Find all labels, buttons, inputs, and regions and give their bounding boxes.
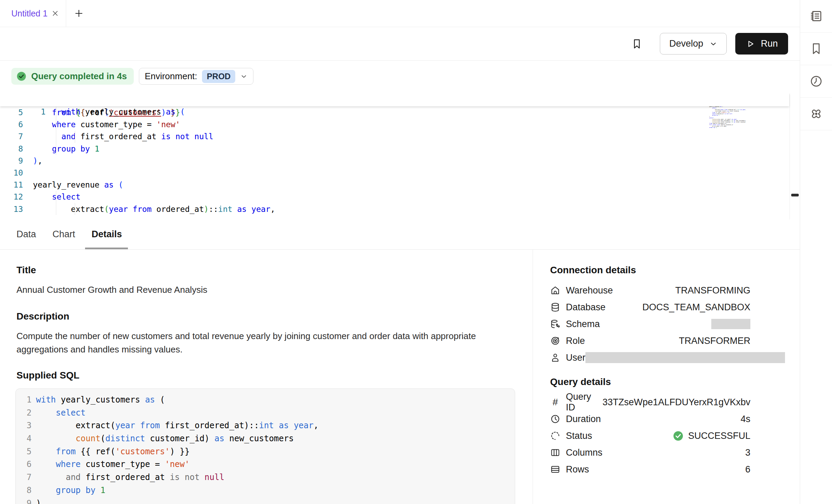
detail-value-text: 3: [745, 447, 750, 458]
details-left-column: Title Annual Customer Growth and Revenue…: [0, 250, 533, 504]
detail-value: [585, 352, 785, 363]
tab-details[interactable]: Details: [92, 219, 122, 249]
develop-dropdown[interactable]: Develop: [660, 33, 727, 55]
code-token: as: [279, 421, 289, 430]
code-token: (: [722, 106, 723, 107]
user-icon: [550, 352, 560, 363]
columns-icon: [550, 447, 560, 458]
code-token: as: [145, 395, 155, 405]
code-token: as: [237, 205, 247, 214]
editor-line[interactable]: 12 select: [0, 191, 800, 203]
code-token: ) }}: [170, 447, 190, 456]
code-token: year: [109, 205, 128, 214]
bookmark-icon[interactable]: [631, 38, 643, 50]
run-button[interactable]: Run: [735, 33, 788, 55]
run-label: Run: [761, 38, 778, 49]
editor-line[interactable]: 13 extract(year from ordered_at)::int as…: [0, 203, 800, 215]
editor-line[interactable]: 6 where customer_type = 'new': [0, 119, 800, 131]
line-number: 8: [18, 484, 32, 497]
detail-row-user: User: [550, 352, 750, 363]
code-token: is not null: [724, 113, 732, 115]
sql-line: 7 and first_ordered_at is not null: [18, 471, 515, 484]
code-line: ),: [33, 156, 43, 165]
editor-line[interactable]: 11yearly_revenue as (: [0, 179, 800, 191]
code-token: [114, 180, 118, 189]
code-token: extract: [33, 205, 104, 214]
line-number: 8: [0, 143, 23, 155]
rail-button-bookmark[interactable]: [800, 33, 832, 65]
code-token: [90, 144, 95, 153]
sql-editor[interactable]: 1with yearly_customers as ( 5 from {{ re…: [0, 93, 800, 219]
code-token: [135, 421, 140, 430]
main-area: Untitled 1 Develop Run: [0, 0, 800, 504]
editor-line[interactable]: 10: [0, 167, 800, 179]
code-token: group by: [712, 115, 718, 116]
detail-row-schema: Schema: [550, 318, 750, 330]
connection-details-heading: Connection details: [550, 265, 750, 276]
code-token: from: [56, 447, 76, 456]
code-token: with: [36, 395, 56, 405]
detail-value-text: TRANSFORMER: [679, 336, 751, 346]
line-number: 1: [18, 394, 32, 407]
code-token: 1: [100, 485, 105, 495]
code-token: from: [133, 205, 152, 214]
check-circle-icon: [673, 430, 684, 442]
notebook-icon: [809, 9, 823, 23]
editor-sticky-line[interactable]: 1with yearly_customers as (: [0, 93, 789, 106]
environment-selector[interactable]: Environment: PROD: [139, 68, 254, 85]
rail-button-explore[interactable]: [800, 98, 832, 130]
spinner-icon: [550, 431, 560, 441]
detail-row-duration: Duration4s: [550, 413, 750, 425]
code-token: and: [66, 472, 81, 482]
code-token: [274, 421, 279, 430]
tab-chart[interactable]: Chart: [52, 219, 75, 249]
line-number: 3: [18, 419, 32, 432]
code-token: customer_type =: [76, 120, 156, 129]
code-token: null: [204, 472, 224, 482]
description-value: Compute the number of new customers and …: [16, 329, 503, 356]
code-token: [289, 421, 294, 430]
code-token: ): [33, 156, 38, 165]
editor-scrollbar[interactable]: [789, 94, 800, 219]
description-heading: Description: [16, 311, 515, 322]
detail-label: Schema: [566, 319, 600, 329]
code-token: from: [140, 421, 160, 430]
explore-icon: [809, 107, 823, 121]
editor-code-lines[interactable]: 5 from {{ ref('customers') }}6 where cus…: [0, 107, 800, 215]
query-status-text: Query completed in 4s: [31, 71, 127, 82]
code-token: [200, 472, 204, 482]
code-token: order by: [709, 127, 716, 128]
tab-untitled-1[interactable]: Untitled 1: [0, 0, 66, 27]
code-token: group by: [52, 144, 90, 153]
sql-line: 3 extract(year from first_ordered_at)::i…: [18, 419, 515, 432]
tab-label: Data: [16, 229, 36, 240]
new-tab-button[interactable]: [74, 8, 84, 19]
tab-data[interactable]: Data: [16, 219, 36, 249]
detail-row-database: DatabaseDOCS_TEAM_SANDBOX: [550, 301, 750, 313]
code-line: with yearly_customers as (: [61, 107, 185, 116]
rail-button-notebook[interactable]: [800, 0, 832, 33]
code-token: is not null: [161, 132, 213, 141]
code-token: [95, 485, 100, 495]
line-number: 12: [0, 191, 23, 203]
editor-line[interactable]: 7 and first_ordered_at is not null: [0, 131, 800, 143]
editor-line[interactable]: 9),: [0, 155, 800, 167]
code-token: [36, 447, 56, 456]
code-line: yearly_revenue as (: [33, 180, 123, 189]
sql-line: 2 select: [18, 407, 515, 420]
sql-line: 1with yearly_customers as (: [18, 394, 515, 407]
code-token: (: [180, 107, 185, 116]
rail-button-history[interactable]: [800, 65, 832, 98]
close-icon[interactable]: [51, 9, 60, 18]
editor-line[interactable]: 8 group by 1: [0, 143, 800, 155]
code-token: ordered_at: [152, 205, 204, 214]
scrollbar-thumb[interactable]: [791, 194, 799, 196]
detail-value-text: DOCS_TEAM_SANDBOX: [642, 302, 750, 313]
right-icon-rail: [800, 0, 832, 504]
details-content: Title Annual Customer Growth and Revenue…: [0, 250, 768, 504]
code-token: count: [76, 434, 100, 443]
code-token: (: [118, 180, 123, 189]
detail-label: Query ID: [566, 392, 603, 413]
detail-label: Rows: [566, 464, 589, 475]
code-token: year: [294, 421, 313, 430]
